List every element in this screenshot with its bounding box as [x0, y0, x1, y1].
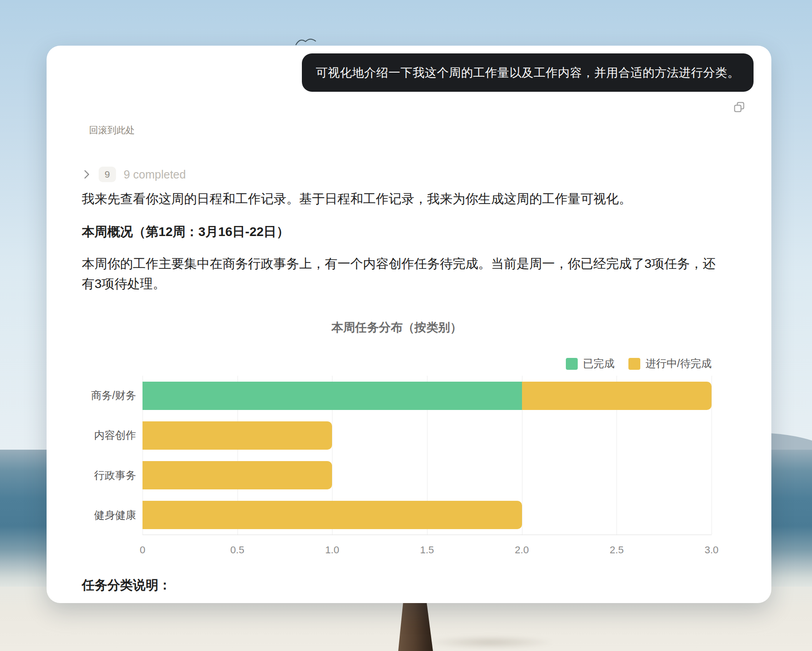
category-label: 内容创作 [82, 428, 142, 442]
bar-row: 健身健康 [82, 495, 712, 535]
bar-track [142, 501, 712, 529]
x-tick-label: 2.5 [610, 544, 624, 556]
stacked-bar [142, 421, 712, 450]
completed-label: 9 completed [124, 168, 186, 181]
completed-tasks-expander[interactable]: 9 9 completed [83, 166, 186, 183]
bar-segment [522, 382, 712, 410]
copy-icon [733, 101, 745, 113]
stacked-bar [142, 501, 712, 529]
x-axis-ticks: 00.51.01.52.02.53.0 [142, 544, 712, 559]
bar-row: 行政事务 [82, 456, 712, 495]
assistant-response-card: 可视化地介绍一下我这个周的工作量以及工作内容，并用合适的方法进行分类。 回滚到此… [47, 46, 771, 603]
task-distribution-chart: 本周任务分布（按类别） 已完成进行中/待完成 商务/财务内容创作行政事务健身健康… [82, 320, 712, 566]
bar-track [142, 421, 712, 450]
bar-row: 内容创作 [82, 415, 712, 455]
gridline [712, 376, 712, 535]
desktop-background: 可视化地介绍一下我这个周的工作量以及工作内容，并用合适的方法进行分类。 回滚到此… [0, 0, 812, 651]
x-tick-label: 1.5 [420, 544, 434, 556]
stacked-bar [142, 461, 712, 489]
category-label: 行政事务 [82, 468, 142, 483]
stacked-bar [142, 382, 712, 410]
x-tick-label: 0 [140, 544, 145, 556]
user-message-bubble: 可视化地介绍一下我这个周的工作量以及工作内容，并用合适的方法进行分类。 [302, 53, 754, 92]
bar-segment [142, 382, 522, 410]
chart-legend: 已完成进行中/待完成 [566, 357, 712, 371]
legend-item[interactable]: 已完成 [566, 357, 615, 371]
chart-title: 本周任务分布（按类别） [82, 320, 712, 336]
bar-segment [142, 461, 332, 489]
intro-text: 我来先查看你这周的日程和工作记录。基于日程和工作记录，我来为你生成这周的工作量可… [82, 189, 724, 209]
x-tick-label: 2.0 [515, 544, 529, 556]
x-tick-label: 0.5 [230, 544, 244, 556]
category-label: 健身健康 [82, 508, 142, 522]
bar-track [142, 382, 712, 410]
chevron-right-icon [83, 169, 90, 180]
x-tick-label: 3.0 [705, 544, 719, 556]
legend-label: 进行中/待完成 [646, 357, 712, 371]
completed-count-badge: 9 [99, 167, 116, 182]
legend-swatch [628, 358, 640, 370]
category-label: 商务/财务 [82, 388, 142, 403]
copy-button[interactable] [733, 101, 746, 114]
user-message-text: 可视化地介绍一下我这个周的工作量以及工作内容，并用合适的方法进行分类。 [316, 65, 740, 81]
summary-text: 本周你的工作主要集中在商务行政事务上，有一个内容创作任务待完成。当前是周一，你已… [82, 254, 724, 294]
rollback-button[interactable]: 回滚到此处 [89, 124, 135, 136]
chart-rows: 商务/财务内容创作行政事务健身健康 [82, 376, 712, 535]
bar-row: 商务/财务 [82, 376, 712, 415]
palm-shadow [427, 635, 555, 649]
bar-segment [142, 501, 522, 529]
chart-plot-area: 商务/财务内容创作行政事务健身健康 [82, 376, 712, 535]
x-tick-label: 1.0 [325, 544, 339, 556]
legend-label: 已完成 [583, 357, 615, 371]
bar-track [142, 461, 712, 489]
legend-swatch [566, 358, 578, 370]
section-heading: 任务分类说明： [82, 575, 724, 595]
week-heading: 本周概况（第12周：3月16日-22日） [82, 222, 724, 242]
legend-item[interactable]: 进行中/待完成 [628, 357, 712, 371]
bar-segment [142, 421, 332, 450]
